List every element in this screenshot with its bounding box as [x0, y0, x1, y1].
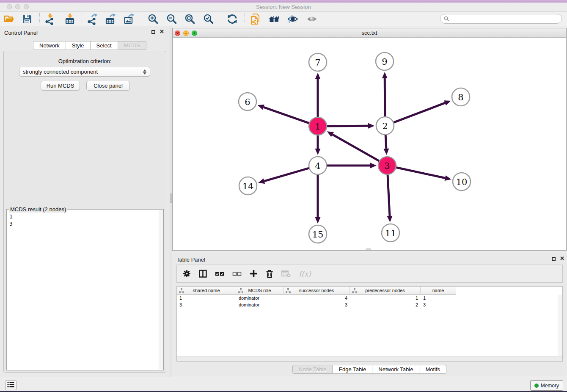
splitter-grip[interactable] [170, 193, 172, 203]
edge-2-8[interactable] [392, 100, 451, 123]
graph-node-1[interactable]: 1 [309, 117, 327, 135]
tab-network[interactable]: Network [33, 41, 66, 50]
criterion-dropdown[interactable]: strongly connected component [19, 67, 150, 77]
zoom-out-icon[interactable] [165, 13, 179, 25]
table-row[interactable]: 1dominator411 [177, 295, 562, 301]
table-horizontal-scrollbar[interactable] [177, 356, 562, 361]
show-panels-icon[interactable] [305, 13, 319, 25]
delete-column-icon[interactable] [266, 269, 273, 279]
table-row[interactable]: 3dominator323 [177, 301, 562, 308]
edge-1-2[interactable] [325, 123, 374, 129]
tab-style[interactable]: Style [66, 41, 91, 50]
deselect-all-rows-icon[interactable] [232, 269, 242, 279]
mcds-result-text[interactable]: 1 3 [9, 213, 13, 227]
tab-node-table[interactable]: Node Table [292, 365, 333, 374]
tab-edge-table[interactable]: Edge Table [333, 365, 372, 374]
tab-network-table[interactable]: Network Table [372, 365, 419, 374]
tab-select[interactable]: Select [91, 41, 118, 50]
graph-node-9[interactable]: 9 [376, 52, 394, 70]
float-table-panel-icon[interactable] [552, 257, 556, 261]
graph-node-10[interactable]: 10 [453, 173, 471, 190]
tab-mcds[interactable]: MCDS [118, 41, 146, 50]
add-column-icon[interactable] [250, 269, 258, 279]
graph-node-4[interactable]: 4 [309, 157, 327, 174]
cell-MCDS-role[interactable]: dominator [236, 295, 284, 301]
graph-node-6[interactable]: 6 [239, 93, 256, 110]
select-all-rows-icon[interactable] [215, 269, 224, 279]
edge-3-11[interactable] [387, 173, 392, 222]
edge-4-14[interactable] [258, 168, 311, 184]
graph-node-8[interactable]: 8 [452, 88, 470, 106]
duplicate-network-icon[interactable] [249, 13, 263, 25]
cell-name[interactable]: 1 [421, 295, 456, 301]
toggle-column-icon[interactable] [199, 269, 207, 279]
cell-predecessor-nodes[interactable]: 1 [350, 295, 421, 301]
cell-predecessor-nodes[interactable]: 2 [350, 301, 421, 308]
edge-4-3[interactable] [325, 163, 377, 168]
edge-2-3[interactable] [383, 133, 389, 155]
hide-panels-icon[interactable] [286, 13, 300, 25]
memory-button[interactable]: Memory [530, 380, 563, 391]
edge-2-9[interactable] [382, 72, 388, 118]
refresh-icon[interactable] [225, 13, 239, 25]
cell-shared-name[interactable]: 1 [177, 295, 236, 301]
close-panel-icon[interactable]: ✕ [160, 28, 164, 35]
edge-1-6[interactable] [258, 105, 311, 124]
export-network-icon[interactable] [85, 13, 99, 25]
network-window-titlebar[interactable]: ✕ − + scc.txt [173, 28, 566, 38]
run-mcds-button[interactable]: Run MCDS [41, 81, 80, 91]
edge-4-15[interactable] [315, 173, 321, 224]
first-neighbors-icon[interactable] [267, 13, 281, 25]
zoom-in-icon[interactable] [146, 13, 160, 25]
search-field[interactable] [440, 14, 562, 24]
zoom-window-button[interactable] [24, 4, 29, 9]
cell-MCDS-role[interactable]: dominator [236, 301, 284, 308]
zoom-selected-icon[interactable] [201, 13, 216, 25]
tab-motifs[interactable]: Motifs [419, 365, 446, 374]
close-window-button[interactable] [7, 4, 12, 9]
edge-1-4[interactable] [315, 134, 321, 155]
column-header-successor-nodes[interactable]: successor nodes [284, 287, 350, 295]
search-input[interactable] [451, 16, 558, 22]
svg-text:10: 10 [456, 177, 468, 187]
import-table-icon[interactable] [63, 13, 77, 25]
column-header-shared-name[interactable]: shared name [177, 287, 236, 295]
close-view-button[interactable]: ✕ [175, 30, 180, 36]
network-canvas[interactable]: 1234678910111415 [173, 38, 566, 251]
save-session-icon[interactable] [20, 13, 34, 25]
graph-node-11[interactable]: 11 [382, 224, 399, 242]
session-title: Session: New Session [0, 3, 567, 11]
table-vertical-scrollbar[interactable] [558, 295, 562, 356]
cell-successor-nodes[interactable]: 3 [284, 301, 350, 308]
zoom-fit-icon[interactable] [183, 13, 197, 25]
result-scrollbar[interactable] [159, 210, 163, 370]
cell-shared-name[interactable]: 3 [177, 301, 236, 308]
export-image-icon[interactable] [122, 13, 136, 25]
edge-3-10[interactable] [395, 167, 451, 181]
float-panel-icon[interactable] [151, 30, 155, 34]
import-network-icon[interactable] [43, 13, 57, 25]
window-titlebar[interactable]: Session: New Session [0, 3, 567, 12]
close-table-panel-icon[interactable]: ✕ [560, 255, 564, 262]
edge-1-7[interactable] [315, 73, 321, 119]
graph-node-3[interactable]: 3 [378, 157, 396, 174]
graph-node-2[interactable]: 2 [376, 117, 394, 135]
export-table-icon[interactable] [103, 13, 118, 25]
graph-node-14[interactable]: 14 [239, 177, 257, 195]
task-list-icon[interactable] [5, 380, 17, 390]
graph-node-7[interactable]: 7 [309, 53, 327, 71]
cell-successor-nodes[interactable]: 4 [284, 295, 350, 301]
column-header-predecessor-nodes[interactable]: predecessor nodes [350, 287, 421, 295]
open-session-icon[interactable] [2, 13, 17, 25]
close-panel-button[interactable]: Close panel [86, 81, 130, 91]
minimize-window-button[interactable] [15, 4, 20, 9]
edge-3-1[interactable] [327, 131, 381, 162]
column-header-name[interactable]: name [421, 287, 456, 295]
network-window-grip[interactable] [366, 248, 371, 250]
column-header-MCDS-role[interactable]: MCDS role [236, 287, 284, 295]
table-options-gear-icon[interactable] [183, 269, 191, 279]
minimize-view-button[interactable]: − [183, 30, 189, 36]
cell-name[interactable]: 3 [421, 301, 456, 308]
maximize-view-button[interactable]: + [192, 30, 197, 36]
graph-node-15[interactable]: 15 [309, 225, 327, 243]
